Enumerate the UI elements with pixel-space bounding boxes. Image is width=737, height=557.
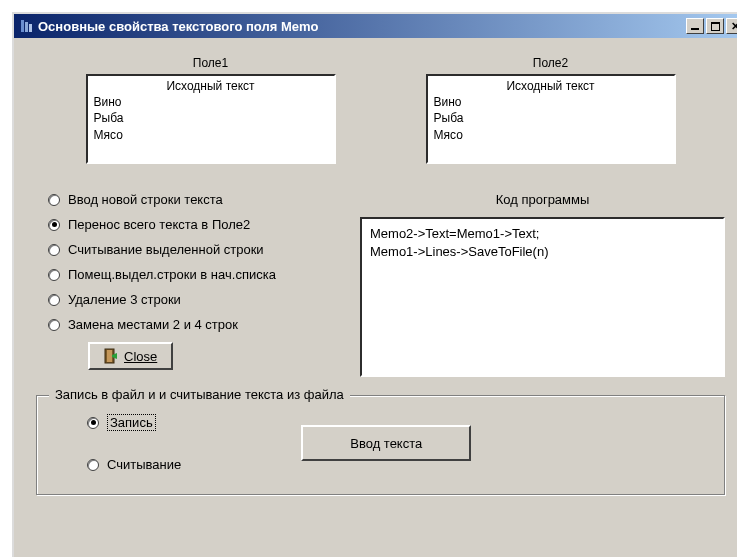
field1-block: Поле1 Исходный текст Вино Рыба Мясо [86,56,336,164]
memo2-line: Мясо [434,127,668,143]
radio-icon [87,417,99,429]
close-button[interactable]: Close [88,342,173,370]
radio-label: Считывание [107,457,181,472]
action-radio-read-selected[interactable]: Считывание выделенной строки [48,242,336,257]
code-memo[interactable]: Memo2->Text=Memo1->Text; Memo1->Lines->S… [360,217,725,377]
action-radio-input-new-line[interactable]: Ввод новой строки текста [48,192,336,207]
radio-icon [48,269,60,281]
code-line: Memo2->Text=Memo1->Text; [370,225,715,243]
close-button-row: Close [48,342,336,370]
radio-icon [48,319,60,331]
radio-label: Замена местами 2 и 4 строк [68,317,238,332]
file-radio-read[interactable]: Считывание [87,457,181,472]
client-area: Поле1 Исходный текст Вино Рыба Мясо Поле… [14,38,737,557]
memo2-line: Вино [434,94,668,110]
memo1-line: Вино [94,94,328,110]
close-icon: ✕ [731,21,738,32]
minimize-button[interactable] [686,18,704,34]
radio-label: Перенос всего текста в Поле2 [68,217,250,232]
minimize-icon [691,28,699,30]
radio-icon [48,294,60,306]
titlebar: Основные свойства текстового поля Memo ✕ [14,14,737,38]
maximize-icon [711,22,720,31]
file-radio-write[interactable]: Запись [87,414,181,431]
action-radio-delete-3[interactable]: Удаление 3 строки [48,292,336,307]
memo1-line: Рыба [94,110,328,126]
action-radio-swap-2-4[interactable]: Замена местами 2 и 4 строк [48,317,336,332]
radio-icon [48,219,60,231]
input-text-button[interactable]: Ввод текста [301,425,471,461]
button-label: Ввод текста [350,436,422,451]
memo2-header: Исходный текст [434,78,668,94]
memo2-line: Рыба [434,110,668,126]
radio-label: Считывание выделенной строки [68,242,264,257]
app-icon [18,18,34,34]
memo1-line: Мясо [94,127,328,143]
radio-label: Удаление 3 строки [68,292,181,307]
radio-label: Ввод новой строки текста [68,192,223,207]
memo-fields-row: Поле1 Исходный текст Вино Рыба Мясо Поле… [36,56,725,164]
memo1[interactable]: Исходный текст Вино Рыба Мясо [86,74,336,164]
close-window-button[interactable]: ✕ [726,18,737,34]
file-io-groupbox: Запись в файл и и считывание текста из ф… [36,395,725,495]
svg-rect-0 [21,20,24,32]
file-io-radio-group: Запись Считывание [57,414,181,472]
code-line: Memo1->Lines->SaveToFile(n) [370,243,715,261]
radio-label: Помещ.выдел.строки в нач.списка [68,267,276,282]
radio-icon [48,194,60,206]
memo1-header: Исходный текст [94,78,328,94]
maximize-button[interactable] [706,18,724,34]
svg-rect-4 [107,350,112,362]
code-label: Код программы [360,192,725,207]
action-radio-insert-top[interactable]: Помещ.выдел.строки в нач.списка [48,267,336,282]
radio-icon [87,459,99,471]
app-window: Основные свойства текстового поля Memo ✕… [12,12,737,557]
field2-block: Поле2 Исходный текст Вино Рыба Мясо [426,56,676,164]
code-column: Код программы Memo2->Text=Memo1->Text; M… [360,192,725,377]
memo2[interactable]: Исходный текст Вино Рыба Мясо [426,74,676,164]
radio-icon [48,244,60,256]
field1-label: Поле1 [86,56,336,70]
titlebar-buttons: ✕ [686,18,737,34]
action-radio-transfer-all[interactable]: Перенос всего текста в Поле2 [48,217,336,232]
door-icon [104,348,118,364]
groupbox-title: Запись в файл и и считывание текста из ф… [49,387,350,402]
close-button-label: Close [124,349,157,364]
field2-label: Поле2 [426,56,676,70]
middle-row: Ввод новой строки текста Перенос всего т… [36,192,725,377]
radio-label: Запись [107,414,156,431]
window-title: Основные свойства текстового поля Memo [38,19,686,34]
svg-rect-1 [25,22,28,32]
action-radio-group: Ввод новой строки текста Перенос всего т… [36,192,336,377]
svg-rect-2 [29,24,32,32]
